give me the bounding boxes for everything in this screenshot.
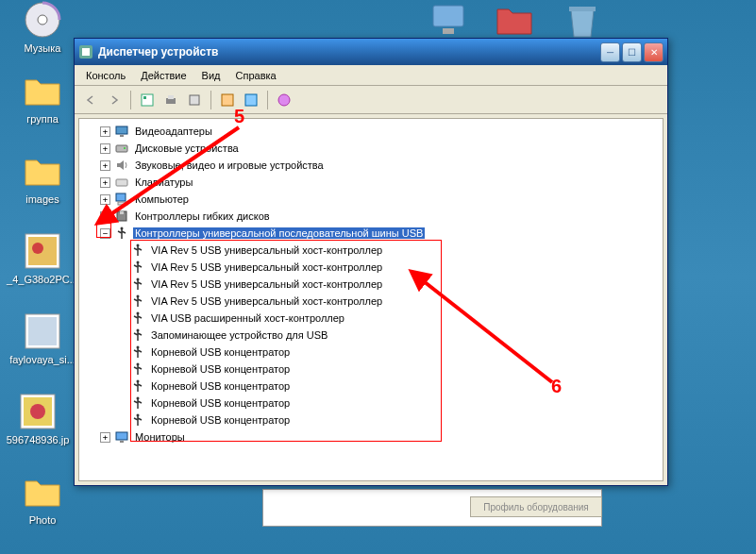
profile-hardware-button[interactable]: Профиль оборудования xyxy=(470,496,602,517)
keyboard-icon xyxy=(114,175,129,190)
refresh-button[interactable] xyxy=(241,90,261,110)
tree-label: Компьютер xyxy=(133,193,191,205)
desktop-icon-label: faylovaya_si... xyxy=(9,354,76,365)
svg-point-41 xyxy=(137,380,140,383)
tree-item-floppy[interactable]: + Контроллеры гибких дисков xyxy=(87,208,663,225)
back-button[interactable] xyxy=(80,90,101,110)
svg-rect-15 xyxy=(142,94,153,106)
usb-icon xyxy=(130,412,145,428)
svg-rect-23 xyxy=(116,126,127,134)
tree-item-video[interactable]: + Видеоадаптеры xyxy=(87,123,663,140)
svg-point-33 xyxy=(137,244,140,247)
help-button[interactable] xyxy=(274,90,294,110)
expand-toggle[interactable]: + xyxy=(100,432,110,443)
svg-rect-20 xyxy=(222,94,233,106)
scan-button[interactable] xyxy=(217,90,238,110)
close-button[interactable]: ✕ xyxy=(644,42,664,62)
menu-help[interactable]: Справка xyxy=(228,67,284,84)
desktop-icon-photo[interactable]: Photo xyxy=(9,472,76,526)
device-manager-window: Диспетчер устройств ─ ☐ ✕ Консоль Действ… xyxy=(74,38,668,486)
display-adapter-icon xyxy=(114,124,129,139)
expand-toggle[interactable]: + xyxy=(100,177,110,188)
tree-child-usb[interactable]: Корневой USB концентратор xyxy=(104,395,663,411)
expand-toggle[interactable]: + xyxy=(100,211,110,222)
image-file-icon xyxy=(23,311,62,351)
tree-label: Клавиатуры xyxy=(133,176,194,188)
export-button[interactable] xyxy=(184,90,205,110)
svg-point-37 xyxy=(137,312,140,315)
forward-button[interactable] xyxy=(104,90,125,110)
tree-child-usb[interactable]: VIA Rev 5 USB универсальный хост-контрол… xyxy=(104,259,663,276)
svg-point-4 xyxy=(32,243,43,254)
tree-content-area[interactable]: + Видеоадаптеры + Дисковые устройства + … xyxy=(78,118,664,481)
desktop-icon-label: 596748936.jp xyxy=(7,434,70,445)
svg-rect-44 xyxy=(116,432,127,440)
desktop-icon-image2[interactable]: faylovaya_si... xyxy=(9,311,76,365)
desktop-icon-top1[interactable] xyxy=(415,0,481,42)
tree-child-usb[interactable]: VIA USB расширенный хост-контроллер xyxy=(104,310,663,327)
toolbar-separator xyxy=(210,91,211,109)
tree-label: VIA Rev 5 USB универсальный хост-контрол… xyxy=(149,244,384,256)
device-tree: + Видеоадаптеры + Дисковые устройства + … xyxy=(79,119,663,449)
tree-label: VIA Rev 5 USB универсальный хост-контрол… xyxy=(149,261,384,273)
expand-toggle[interactable]: + xyxy=(100,160,110,171)
svg-rect-6 xyxy=(28,317,57,345)
tree-child-usb[interactable]: Корневой USB концентратор xyxy=(104,378,663,395)
tree-child-usb[interactable]: VIA Rev 5 USB универсальный хост-контрол… xyxy=(104,276,663,293)
svg-rect-45 xyxy=(120,441,124,443)
tree-child-usb[interactable]: Запоминающее устройство для USB xyxy=(104,327,663,344)
print-button[interactable] xyxy=(160,90,181,110)
tree-item-disk[interactable]: + Дисковые устройства xyxy=(87,140,663,157)
folder-red-icon xyxy=(495,0,534,40)
desktop-icon-image3[interactable]: 596748936.jp xyxy=(5,392,71,445)
usb-icon xyxy=(130,327,145,343)
usb-icon xyxy=(130,311,145,326)
folder-icon xyxy=(23,71,62,110)
monitor-icon xyxy=(428,0,468,40)
svg-rect-19 xyxy=(190,95,199,105)
properties-button[interactable] xyxy=(137,90,158,110)
tree-label: Контроллеры универсальной последовательн… xyxy=(133,227,425,239)
desktop-icon-label: Музыка xyxy=(25,42,61,54)
tree-item-monitor[interactable]: + Мониторы xyxy=(87,428,663,445)
svg-point-1 xyxy=(38,15,47,25)
menu-console[interactable]: Консоль xyxy=(78,67,133,84)
tree-label: VIA Rev 5 USB универсальный хост-контрол… xyxy=(149,278,384,290)
desktop-icon-music[interactable]: Музыка xyxy=(9,0,76,54)
minimize-button[interactable]: ─ xyxy=(600,42,620,62)
desktop-icon-top2[interactable] xyxy=(481,0,547,42)
tree-child-usb[interactable]: VIA Rev 5 USB универсальный хост-контрол… xyxy=(104,242,663,259)
desktop-icon-image1[interactable]: _4_G38o2PC... xyxy=(9,231,76,285)
toolbar xyxy=(75,86,667,114)
tree-item-sound[interactable]: + Звуковые, видео и игровые устройства xyxy=(87,157,663,174)
desktop-icon-images[interactable]: images xyxy=(9,151,76,205)
tree-child-usb[interactable]: Корневой USB концентратор xyxy=(104,411,663,428)
tree-child-usb[interactable]: VIA Rev 5 USB универсальный хост-контрол… xyxy=(104,293,663,310)
expand-toggle[interactable]: + xyxy=(100,194,110,205)
expand-toggle[interactable]: + xyxy=(100,143,110,154)
desktop-icon-top3[interactable] xyxy=(549,0,615,42)
menu-view[interactable]: Вид xyxy=(194,67,228,84)
tree-item-computer[interactable]: + Компьютер xyxy=(87,191,663,208)
image-file-icon xyxy=(18,392,58,431)
tree-item-usb[interactable]: − Контроллеры универсальной последовател… xyxy=(87,225,663,242)
tree-child-usb[interactable]: Корневой USB концентратор xyxy=(104,344,663,361)
tree-item-keyboard[interactable]: + Клавиатуры xyxy=(87,174,663,191)
svg-rect-27 xyxy=(116,179,127,186)
desktop-icon-group[interactable]: группа xyxy=(9,71,76,125)
maximize-button[interactable]: ☐ xyxy=(622,42,642,62)
tree-label: Корневой USB концентратор xyxy=(149,380,292,392)
usb-icon xyxy=(130,277,145,292)
titlebar[interactable]: Диспетчер устройств ─ ☐ ✕ xyxy=(75,39,667,65)
svg-rect-24 xyxy=(120,135,124,137)
tree-label: Корневой USB концентратор xyxy=(149,363,292,375)
expand-toggle[interactable]: + xyxy=(100,126,110,137)
tree-child-usb[interactable]: Корневой USB концентратор xyxy=(104,361,663,378)
tree-label: VIA Rev 5 USB универсальный хост-контрол… xyxy=(149,295,384,307)
svg-point-42 xyxy=(137,397,140,400)
svg-rect-29 xyxy=(118,202,127,205)
menu-action[interactable]: Действие xyxy=(133,67,193,84)
svg-rect-31 xyxy=(120,211,124,214)
expand-toggle[interactable]: − xyxy=(100,228,110,239)
svg-point-34 xyxy=(137,261,140,264)
